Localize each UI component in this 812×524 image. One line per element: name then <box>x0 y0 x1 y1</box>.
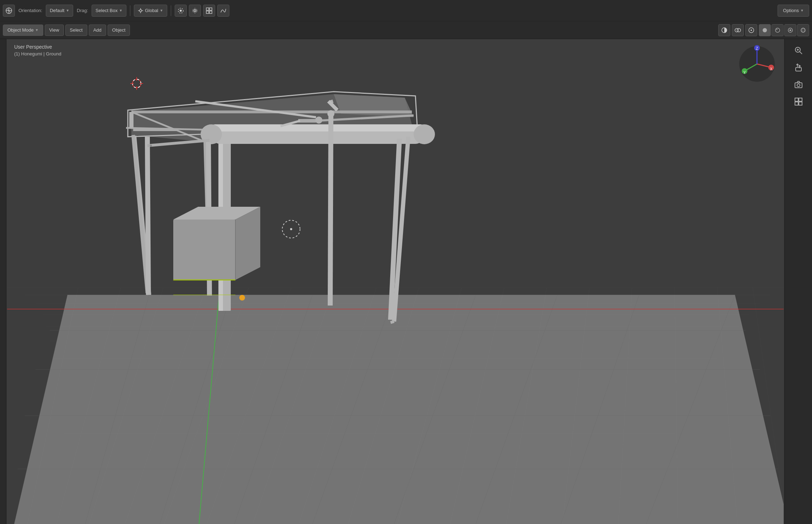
svg-rect-146 <box>799 102 802 105</box>
rendered-shading-icon <box>788 27 793 33</box>
svg-point-113 <box>239 295 245 301</box>
object-mode-chevron: ▼ <box>35 28 39 32</box>
gizmo-icon <box>748 27 754 33</box>
separator-1 <box>130 5 130 16</box>
svg-rect-14 <box>209 8 212 10</box>
grid-btn[interactable] <box>203 5 215 17</box>
viewport-3d[interactable]: User Perspective (1) Honegumi | Ground <box>7 39 784 524</box>
svg-text:Y: Y <box>743 71 746 75</box>
solid-shading-icon <box>762 27 768 33</box>
overlay-btn[interactable] <box>732 24 744 36</box>
view-label: View <box>49 27 59 33</box>
svg-rect-145 <box>795 102 798 105</box>
svg-point-23 <box>775 28 780 32</box>
material-shading-btn[interactable] <box>772 24 784 36</box>
options-btn[interactable]: Options ▼ <box>778 5 809 17</box>
svg-point-19 <box>737 28 741 32</box>
view-btn[interactable]: View <box>45 25 64 36</box>
drag-chevron: ▼ <box>119 9 122 12</box>
svg-rect-144 <box>799 98 802 101</box>
svg-point-22 <box>763 28 767 32</box>
orientation-value: Default <box>50 8 64 13</box>
viewport-shading-icon <box>721 27 727 33</box>
svg-rect-104 <box>173 220 235 280</box>
rendered-shading-btn[interactable] <box>784 24 796 36</box>
svg-line-96 <box>147 137 148 295</box>
svg-point-26 <box>801 28 805 32</box>
svg-point-118 <box>150 145 152 147</box>
object-mode-label: Object Mode <box>7 27 34 33</box>
snap-btn[interactable] <box>175 5 187 17</box>
zoom-icon <box>794 46 803 55</box>
drag-label: Drag: <box>75 8 89 13</box>
svg-point-112 <box>290 228 292 230</box>
pan-icon-btn[interactable] <box>791 60 806 75</box>
gizmo-btn[interactable] <box>745 24 757 36</box>
svg-marker-142 <box>797 81 800 83</box>
svg-point-87 <box>414 124 435 144</box>
left-sidebar <box>0 39 6 524</box>
curve-icon <box>220 7 227 14</box>
scene-svg <box>7 39 784 524</box>
pivot-dropdown[interactable]: Global ▼ <box>134 5 167 17</box>
wireframe-shading-icon <box>800 27 806 33</box>
options-chevron: ▼ <box>800 9 804 12</box>
svg-marker-106 <box>235 207 260 280</box>
svg-point-9 <box>180 10 182 12</box>
pan-icon <box>794 63 803 72</box>
grid-icon <box>206 7 212 14</box>
object-mode-btn[interactable]: Object Mode ▼ <box>3 25 43 36</box>
svg-text:Z: Z <box>756 47 758 50</box>
svg-text:X: X <box>770 67 773 71</box>
curve-btn[interactable] <box>217 5 229 17</box>
pivot-chevron: ▼ <box>160 9 163 12</box>
orientation-dropdown[interactable]: Default ▼ <box>46 5 73 17</box>
header-bar: Orientation: Default ▼ Drag: Select Box … <box>0 0 812 21</box>
add-label: Add <box>93 27 102 33</box>
svg-line-98 <box>330 114 331 306</box>
svg-point-24 <box>776 29 778 30</box>
object-btn[interactable]: Object <box>108 25 130 36</box>
mode-bar: Object Mode ▼ View Select Add Object <box>0 21 812 39</box>
camera-icon-btn[interactable] <box>791 77 806 92</box>
pivot-icon <box>138 8 143 13</box>
svg-point-116 <box>327 110 334 117</box>
viewport-shading-btn[interactable] <box>718 24 730 36</box>
orientation-label: Orientation: <box>17 8 44 13</box>
orientation-chevron: ▼ <box>66 9 69 12</box>
svg-marker-76 <box>334 94 414 117</box>
svg-rect-13 <box>206 8 209 10</box>
layout-icon <box>794 97 803 106</box>
select-label: Select <box>70 27 83 33</box>
svg-rect-86 <box>211 124 424 131</box>
material-shading-icon <box>775 27 780 33</box>
svg-rect-16 <box>209 11 212 13</box>
svg-marker-58 <box>14 295 784 524</box>
drag-value: Select Box <box>96 8 118 13</box>
add-btn[interactable]: Add <box>89 25 106 36</box>
proportional-btn[interactable] <box>189 5 201 17</box>
separator-2 <box>171 5 171 16</box>
svg-line-117 <box>391 322 394 323</box>
object-label: Object <box>112 27 126 33</box>
camera-icon <box>794 80 803 89</box>
blender-logo-btn[interactable] <box>3 5 15 17</box>
svg-rect-143 <box>795 98 798 101</box>
pivot-value: Global <box>145 8 158 13</box>
snap-icon <box>178 7 184 14</box>
zoom-icon-btn[interactable] <box>791 43 806 58</box>
select-btn[interactable]: Select <box>65 25 87 36</box>
drag-dropdown[interactable]: Select Box ▼ <box>92 5 126 17</box>
3d-cursor <box>130 76 144 91</box>
svg-line-136 <box>800 52 802 54</box>
solid-shading-btn[interactable] <box>759 24 771 36</box>
overlay-icon <box>735 27 741 33</box>
options-label: Options <box>783 8 799 13</box>
layout-icon-btn[interactable] <box>791 94 806 109</box>
proportional-icon <box>192 7 198 14</box>
axis-widget[interactable]: X Y Z <box>737 44 776 83</box>
svg-rect-15 <box>206 11 209 13</box>
svg-point-4 <box>140 10 142 12</box>
wireframe-shading-btn[interactable] <box>797 24 809 36</box>
svg-point-141 <box>797 84 800 87</box>
